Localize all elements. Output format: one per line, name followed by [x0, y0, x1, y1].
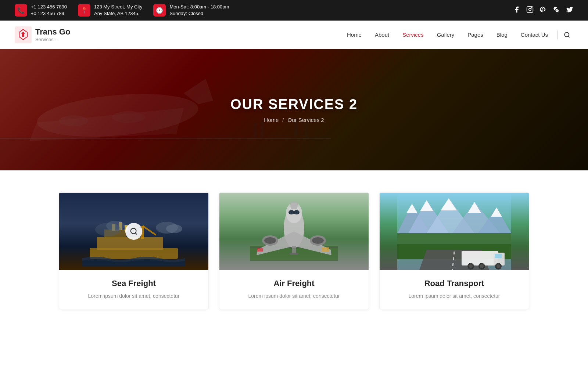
pinterest-icon[interactable]: [539, 6, 547, 15]
phone-icon: 📞: [15, 4, 27, 17]
phone-contact: 📞 +1 123 456 7890 +0 123 456 789: [15, 4, 67, 17]
logo-text: Trans Go Services -: [35, 27, 70, 42]
hero-banner: OUR SERVICES 2 Home / Our Services 2: [0, 49, 588, 170]
address-line1: 123 My Street, My City: [94, 4, 142, 10]
phone2: +0 123 456 789: [31, 10, 67, 17]
svg-rect-51: [322, 247, 329, 252]
service-info-air: Air Freight Lorem ipsum dolor sit amet, …: [219, 270, 369, 309]
service-desc-air: Lorem ipsum dolor sit amet, consectetur: [230, 292, 358, 300]
logo-sub: Services -: [35, 37, 70, 42]
breadcrumb-home[interactable]: Home: [264, 117, 279, 123]
svg-marker-47: [290, 202, 298, 209]
svg-point-74: [480, 264, 484, 268]
svg-rect-49: [290, 253, 298, 255]
nav-blog[interactable]: Blog: [490, 21, 514, 49]
wechat-icon[interactable]: [553, 6, 560, 15]
service-info-sea: Sea Freight Lorem ipsum dolor sit amet, …: [59, 270, 208, 309]
clock-icon: 🕐: [153, 4, 166, 17]
service-card-road: Road Transport Lorem ipsum dolor sit ame…: [379, 192, 529, 309]
top-bar-left: 📞 +1 123 456 7890 +0 123 456 789 📍 123 M…: [15, 4, 229, 17]
service-title-sea: Sea Freight: [69, 279, 198, 288]
nav-gallery[interactable]: Gallery: [430, 21, 461, 49]
logo-icon: [15, 26, 32, 43]
svg-point-33: [131, 228, 136, 234]
svg-rect-19: [305, 126, 308, 137]
nav-pages[interactable]: Pages: [461, 21, 490, 49]
svg-point-10: [59, 115, 88, 126]
svg-line-5: [568, 36, 569, 37]
service-image-air: [219, 193, 369, 270]
nav-about[interactable]: About: [368, 21, 396, 49]
address-text: 123 My Street, My City Any State, AB 123…: [94, 4, 142, 17]
hours-line1: Mon-Sat: 8:00am - 18:00pm: [169, 4, 229, 10]
airplane-illustration: [250, 202, 338, 261]
hours-line2: Sunday: Closed: [169, 10, 229, 17]
services-grid: Sea Freight Lorem ipsum dolor sit amet, …: [59, 192, 529, 309]
svg-point-11: [112, 111, 145, 123]
breadcrumb-separator: /: [282, 117, 284, 123]
logo[interactable]: Trans Go Services -: [15, 26, 70, 43]
svg-line-34: [135, 233, 137, 234]
svg-rect-0: [527, 6, 533, 12]
service-info-road: Road Transport Lorem ipsum dolor sit ame…: [380, 270, 529, 309]
svg-rect-15: [261, 126, 264, 137]
svg-point-2: [531, 7, 532, 8]
svg-rect-13: [254, 126, 257, 137]
hero-content: OUR SERVICES 2 Home / Our Services 2: [230, 97, 358, 123]
svg-point-73: [469, 264, 473, 268]
service-image-sea: [59, 193, 208, 270]
svg-point-4: [564, 32, 569, 37]
logo-name: Trans Go: [35, 27, 70, 37]
header: Trans Go Services - Home About Services …: [0, 21, 588, 49]
address-contact: 📍 123 My Street, My City Any State, AB 1…: [78, 4, 142, 17]
search-icon[interactable]: [561, 32, 573, 38]
nav-home[interactable]: Home: [340, 21, 368, 49]
service-title-air: Air Freight: [230, 279, 358, 288]
address-line2: Any State, AB 12345.: [94, 10, 142, 17]
social-links: [513, 6, 573, 15]
main-nav: Home About Services Gallery Pages Blog C…: [340, 21, 573, 49]
svg-rect-50: [257, 248, 263, 252]
svg-point-46: [312, 237, 324, 244]
top-bar: 📞 +1 123 456 7890 +0 123 456 789 📍 123 M…: [0, 0, 588, 21]
nav-contact[interactable]: Contact Us: [514, 21, 555, 49]
phone1: +1 123 456 7890: [31, 4, 67, 10]
svg-rect-69: [495, 254, 502, 258]
services-section: Sea Freight Lorem ipsum dolor sit amet, …: [0, 170, 588, 331]
breadcrumb-current: Our Services 2: [287, 117, 324, 123]
svg-point-75: [496, 264, 500, 268]
hours-text: Mon-Sat: 8:00am - 18:00pm Sunday: Closed: [169, 4, 229, 17]
service-image-road: [380, 193, 529, 270]
road-illustration: [380, 193, 529, 270]
facebook-icon[interactable]: [513, 6, 520, 15]
svg-rect-17: [294, 124, 297, 137]
service-card-air: Air Freight Lorem ipsum dolor sit amet, …: [219, 192, 369, 309]
location-icon: 📍: [78, 4, 90, 17]
hours-contact: 🕐 Mon-Sat: 8:00am - 18:00pm Sunday: Clos…: [153, 4, 229, 17]
search-circle-sea: [125, 223, 142, 240]
nav-services[interactable]: Services: [396, 21, 430, 49]
search-overlay-sea: [59, 193, 208, 270]
service-desc-sea: Lorem ipsum dolor sit amet, consectetur: [69, 292, 198, 300]
svg-point-41: [294, 210, 300, 214]
hero-title: OUR SERVICES 2: [230, 97, 358, 112]
svg-point-40: [288, 210, 294, 214]
svg-rect-6: [0, 137, 331, 170]
service-desc-road: Lorem ipsum dolor sit amet, consectetur: [390, 292, 519, 300]
phone-numbers: +1 123 456 7890 +0 123 456 789: [31, 4, 67, 17]
breadcrumb: Home / Our Services 2: [230, 117, 358, 123]
svg-point-44: [264, 237, 276, 244]
twitter-icon[interactable]: [566, 6, 573, 15]
nav-divider: [557, 30, 558, 39]
svg-point-1: [529, 8, 531, 11]
service-card-sea: Sea Freight Lorem ipsum dolor sit amet, …: [59, 192, 209, 309]
service-title-road: Road Transport: [390, 279, 519, 288]
svg-rect-67: [462, 251, 498, 265]
instagram-icon[interactable]: [526, 6, 534, 15]
